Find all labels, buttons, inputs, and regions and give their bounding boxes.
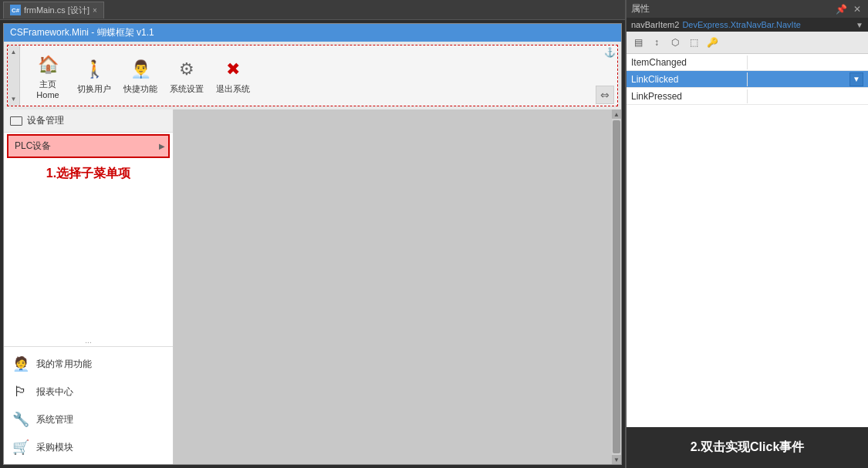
props-toolbar-btn-2[interactable]: ⬡ bbox=[667, 34, 684, 51]
nav-bottom-icon-2: 🔧 bbox=[12, 410, 30, 429]
props-toolbar-btn-0[interactable]: ▤ bbox=[630, 34, 647, 51]
form-title: CSFramework.Mini - 蝴蝶框架 v1.1 bbox=[10, 26, 154, 39]
cs-icon: C# bbox=[10, 5, 21, 15]
toolbar-btn-label-1: 切换用户 bbox=[77, 83, 111, 95]
properties-panel: 属性 📌 ✕ navBarItem2 DevExpress.XtraNavBar… bbox=[625, 0, 868, 468]
tab-bar: C# frmMain.cs [设计] × bbox=[0, 0, 625, 20]
nav-item-plc[interactable]: PLC设备 ▶ bbox=[7, 134, 170, 158]
toolbar-btn-label-4: 退出系统 bbox=[216, 83, 250, 95]
toolbar-btn-label-2: 快捷功能 bbox=[123, 83, 157, 95]
nav-item-arrow: ▶ bbox=[159, 142, 165, 150]
props-toolbar: ▤↕⬡⬚🔑 bbox=[627, 32, 868, 54]
toolbar-btn-icon-2: 👨‍💼 bbox=[128, 57, 153, 82]
nav-bottom-icon-3: 🛒 bbox=[12, 438, 30, 456]
props-component-dropdown[interactable]: ▼ bbox=[856, 21, 863, 29]
toolbar-btn-0[interactable]: 🏠 主页Home bbox=[26, 49, 69, 103]
props-component-type: DevExpress.XtraNavBar.NavIte bbox=[682, 20, 853, 29]
scroll-up-arrow[interactable]: ▲ bbox=[9, 49, 18, 56]
toolbar-btn-icon-4: ✖ bbox=[221, 57, 245, 82]
center-content: ▲ ▼ bbox=[174, 109, 621, 464]
left-nav: 设备管理 PLC设备 ▶ 1.选择子菜单项 ... 🧑‍💼 我 bbox=[4, 109, 174, 464]
props-component-bar: navBarItem2 DevExpress.XtraNavBar.NavIte… bbox=[627, 18, 868, 32]
prop-row-2[interactable]: LinkPressed bbox=[627, 88, 868, 105]
toolbar-btn-icon-1: 🚶 bbox=[82, 57, 106, 82]
props-component-name: navBarItem2 bbox=[631, 20, 679, 29]
toolbar-btn-label-3: 系统设置 bbox=[170, 83, 204, 95]
toolbar-btn-3[interactable]: ⚙ 系统设置 bbox=[165, 54, 208, 98]
nav-bottom-item-0[interactable]: 🧑‍💼 我的常用功能 bbox=[4, 350, 173, 378]
prop-row-1[interactable]: LinkClicked ▼ bbox=[627, 71, 868, 88]
prop-value-2 bbox=[748, 95, 869, 98]
main-layout: 设备管理 PLC设备 ▶ 1.选择子菜单项 ... 🧑‍💼 我 bbox=[4, 109, 621, 464]
tab-close-button[interactable]: × bbox=[93, 6, 97, 15]
scroll-down-arrow[interactable]: ▼ bbox=[9, 96, 18, 103]
prop-value-1: ▼ bbox=[748, 71, 869, 88]
nav-bottom-icon-0: 🧑‍💼 bbox=[12, 355, 30, 373]
monitor-icon bbox=[10, 116, 22, 126]
prop-row-0[interactable]: ItemChanged bbox=[627, 54, 868, 71]
nav-bottom-item-1[interactable]: 🏳 报表中心 bbox=[4, 378, 173, 406]
props-close-icon[interactable]: ✕ bbox=[851, 3, 863, 15]
prop-name-1: LinkClicked bbox=[627, 72, 748, 86]
scroll-thumb[interactable] bbox=[613, 120, 620, 453]
nav-bottom-label-1: 报表中心 bbox=[36, 386, 73, 399]
move-icon[interactable]: ⇔ bbox=[596, 86, 614, 104]
props-pin-icon[interactable]: 📌 bbox=[833, 3, 849, 15]
toolbar-btn-2[interactable]: 👨‍💼 快捷功能 bbox=[119, 54, 162, 98]
toolbar-area: ▲ ▼ 🏠 主页Home 🚶 切换用户 👨‍💼 快捷功能 ⚙ 系统设置 ✖ 退出… bbox=[7, 45, 618, 106]
nav-bottom-icon-1: 🏳 bbox=[12, 382, 30, 401]
designer-scrollbar[interactable]: ▲ ▼ bbox=[612, 109, 621, 464]
props-header: 属性 📌 ✕ bbox=[627, 0, 868, 18]
nav-section-label: 设备管理 bbox=[27, 114, 64, 127]
props-list: ItemChanged LinkClicked ▼ LinkPressed bbox=[627, 54, 868, 427]
scroll-down[interactable]: ▼ bbox=[612, 455, 621, 464]
nav-bottom-label-2: 系统管理 bbox=[36, 413, 73, 426]
form-title-bar: CSFramework.Mini - 蝴蝶框架 v1.1 bbox=[4, 24, 621, 42]
toolbar-buttons: 🏠 主页Home 🚶 切换用户 👨‍💼 快捷功能 ⚙ 系统设置 ✖ 退出系统 bbox=[20, 45, 261, 106]
props-toolbar-btn-4[interactable]: 🔑 bbox=[704, 34, 721, 51]
form-content: ▲ ▼ 🏠 主页Home 🚶 切换用户 👨‍💼 快捷功能 ⚙ 系统设置 ✖ 退出… bbox=[4, 42, 621, 464]
props-toolbar-btn-1[interactable]: ↕ bbox=[648, 34, 665, 51]
props-title: 属性 bbox=[631, 2, 650, 15]
nav-bottom-items: 🧑‍💼 我的常用功能 🏳 报表中心 🔧 系统管理 🛒 采购模块 bbox=[4, 346, 173, 464]
designer-tab[interactable]: C# frmMain.cs [设计] × bbox=[3, 2, 104, 19]
toolbar-btn-icon-3: ⚙ bbox=[174, 57, 199, 82]
prop-name-2: LinkPressed bbox=[627, 89, 748, 103]
toolbar-btn-label-0: 主页Home bbox=[29, 79, 66, 99]
toolbar-btn-4[interactable]: ✖ 退出系统 bbox=[211, 54, 255, 98]
nav-bottom-label-0: 我的常用功能 bbox=[36, 358, 92, 371]
props-header-left: 属性 bbox=[631, 2, 650, 15]
prop-value-0 bbox=[748, 61, 869, 64]
prop-dropdown-1[interactable]: ▼ bbox=[849, 72, 863, 86]
toolbar-btn-1[interactable]: 🚶 切换用户 bbox=[73, 54, 116, 98]
props-header-icons: 📌 ✕ bbox=[833, 3, 863, 15]
annotation-1: 1.选择子菜单项 bbox=[4, 160, 173, 188]
prop-name-0: ItemChanged bbox=[627, 56, 748, 69]
annotation-2: 2.双击实现Click事件 bbox=[627, 427, 868, 468]
nav-section-title: 设备管理 bbox=[4, 109, 173, 133]
designer-frame: CSFramework.Mini - 蝴蝶框架 v1.1 ▲ ▼ 🏠 主页Hom… bbox=[3, 23, 622, 465]
anchor-icon: ⚓ bbox=[604, 47, 616, 58]
nav-spacer bbox=[4, 188, 173, 335]
nav-bottom-item-3[interactable]: 🛒 采购模块 bbox=[4, 433, 173, 461]
nav-bottom-label-3: 采购模块 bbox=[36, 441, 73, 454]
scroll-up[interactable]: ▲ bbox=[612, 109, 621, 119]
toolbar-btn-icon-0: 🏠 bbox=[35, 52, 60, 77]
tab-title: frmMain.cs [设计] bbox=[24, 5, 90, 16]
nav-item-label: PLC设备 bbox=[15, 140, 51, 153]
ide-area: C# frmMain.cs [设计] × CSFramework.Mini - … bbox=[0, 0, 625, 468]
nav-bottom-item-2[interactable]: 🔧 系统管理 bbox=[4, 406, 173, 433]
toolbar-scroll-arrows: ▲ ▼ bbox=[8, 45, 20, 106]
props-toolbar-btn-3[interactable]: ⬚ bbox=[685, 34, 702, 51]
nav-ellipsis: ... bbox=[4, 335, 173, 346]
